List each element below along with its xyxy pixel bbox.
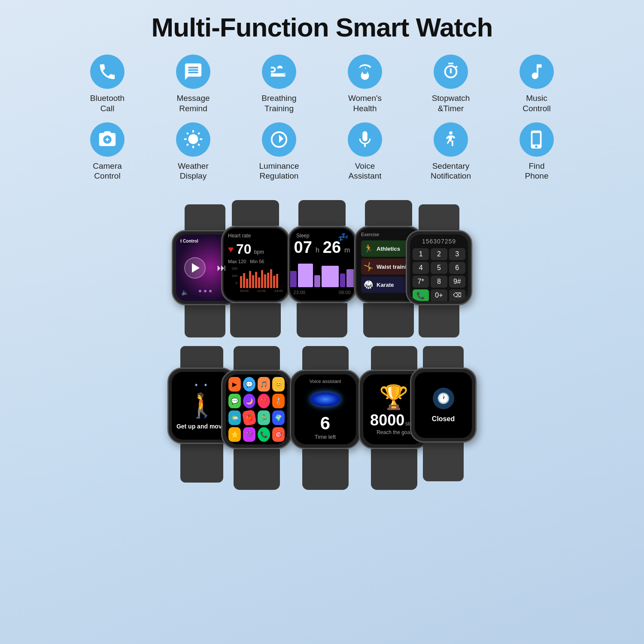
watch-closed-band-top xyxy=(423,346,464,368)
sleep-m-label: m xyxy=(344,246,350,254)
karate-label: Karate xyxy=(377,282,394,288)
hr-bar-5 xyxy=(252,275,254,288)
hr-bar-13 xyxy=(276,274,278,288)
closed-icon: 🕐 xyxy=(433,388,454,409)
app-icon-9[interactable]: 🌤️ xyxy=(228,410,241,425)
app-icon-3[interactable]: 🎵 xyxy=(258,377,270,392)
hr-bar-2 xyxy=(243,273,245,288)
feature-voice-assistant: VoiceAssistant xyxy=(322,118,408,186)
dial-key-0[interactable]: 0+ xyxy=(431,289,447,301)
sleep-start: 23:00 xyxy=(293,290,305,295)
watch-apps-body: ▶ 💬 🎵 😊 💬 🌙 ❤️ 🌡️ 🌤️ 🍎 🏃 🌍 xyxy=(221,370,292,449)
watch-sleep-band-bottom xyxy=(297,303,347,337)
camera-icon xyxy=(97,130,117,149)
watch-exercise-band-top xyxy=(365,200,412,226)
feature-sedentary: SedentaryNotification xyxy=(408,118,494,186)
screen-dial-content: 156307259 1 2 3 4 5 6 7* 8 9# xyxy=(410,234,468,301)
watch-dial-band-bottom xyxy=(419,305,459,337)
sleep-range: 23:00 08:00 xyxy=(293,290,350,295)
dial-key-5[interactable]: 5 xyxy=(431,262,447,274)
dial-grid: 1 2 3 4 5 6 7* 8 9# 📞 0+ xyxy=(413,248,465,301)
feature-message-remind-label: MessageRemind xyxy=(176,93,210,114)
dial-key-7[interactable]: 7* xyxy=(413,276,429,288)
svg-point-0 xyxy=(449,131,453,134)
hr-bar-4 xyxy=(249,271,251,288)
watch-voice-wrap: Voice assistant 6 Time left xyxy=(290,346,361,490)
heart-min: 56 xyxy=(259,259,264,264)
watch-heart-body: Heart rate ♥ 70 bpm Max 120 Min 56 xyxy=(221,226,290,303)
app-icon-10[interactable]: 🍎 xyxy=(242,410,256,426)
sleep-title: Sleep xyxy=(296,233,310,239)
watches-bottom-row: ✦ ✦ 🚶 Get up and move! ▶ xyxy=(0,346,644,490)
app-icon-6[interactable]: 🌙 xyxy=(243,394,255,408)
app-icon-13[interactable]: ⭐ xyxy=(228,427,241,442)
app-icon-5[interactable]: 💬 xyxy=(228,394,241,408)
app-icon-15[interactable]: 📞 xyxy=(258,427,270,442)
app-icon-7[interactable]: ❤️ xyxy=(258,394,270,408)
feature-luminance: LuminanceRegulation xyxy=(236,118,322,186)
sleep-hours: 07 xyxy=(294,238,312,257)
heart-rate-title: Heart rate xyxy=(228,233,283,239)
voice-sublabel: Time left xyxy=(315,434,336,440)
sedentary-icon-circle xyxy=(434,122,468,157)
dial-key-4[interactable]: 4 xyxy=(413,262,429,274)
watch-dial-screen: 156307259 1 2 3 4 5 6 7* 8 9# xyxy=(410,234,468,301)
find-phone-icon xyxy=(527,130,547,149)
feature-sedentary-label: SedentaryNotification xyxy=(431,161,471,182)
page-wrapper: Multi-Function Smart Watch BluetoothCall… xyxy=(0,0,644,490)
dial-key-6[interactable]: 6 xyxy=(449,262,465,274)
play-arrow-icon xyxy=(192,263,200,273)
watch-heart-screen: Heart rate ♥ 70 bpm Max 120 Min 56 xyxy=(224,228,287,301)
watch-closed-screen: 🕐 Closed xyxy=(415,372,472,438)
dial-call-button[interactable]: 📞 xyxy=(413,289,429,301)
app-icon-8[interactable]: 🌡️ xyxy=(272,394,285,408)
watch-music-band-top xyxy=(185,204,225,230)
athletics-label: Athletics xyxy=(377,246,400,252)
sleep-z-icon: 💤 xyxy=(338,232,349,242)
watch-heart-band-top xyxy=(232,200,279,226)
heart-rate-value-row: ♥ 70 bpm xyxy=(228,241,283,257)
music-controls: ⏭ xyxy=(184,257,226,279)
feature-find-phone: FindPhone xyxy=(494,118,580,186)
weather-icon-circle xyxy=(176,122,210,157)
dial-backspace[interactable]: ⌫ xyxy=(449,289,465,301)
heart-rate-value: 70 xyxy=(236,241,252,257)
music-ctrl-label: t Control xyxy=(180,239,198,243)
watch-walk-band-top xyxy=(180,346,223,368)
hr-bar-12 xyxy=(273,276,275,288)
dial-key-3[interactable]: 3 xyxy=(449,248,465,260)
app-icon-16[interactable]: 🎯 xyxy=(272,427,285,442)
bluetooth-call-icon-circle xyxy=(90,55,125,89)
skip-button[interactable]: ⏭ xyxy=(217,262,226,273)
volume-icon: 🔈 xyxy=(181,289,188,296)
dial-key-9[interactable]: 9# xyxy=(449,276,465,288)
app-icon-2[interactable]: 💬 xyxy=(243,377,255,392)
feature-stopwatch-timer: Stopwatch&Timer xyxy=(408,50,494,118)
heart-minmax: Max 120 Min 56 xyxy=(228,259,283,264)
page-title: Multi-Function Smart Watch xyxy=(0,0,644,50)
dial-key-1[interactable]: 1 xyxy=(413,248,429,260)
app-icon-14[interactable]: 💜 xyxy=(243,427,255,442)
dial-key-8[interactable]: 8 xyxy=(431,276,447,288)
feature-breathing-label: BreathingTraining xyxy=(261,93,296,114)
feature-voice-label: VoiceAssistant xyxy=(348,161,381,182)
app-icon-11[interactable]: 🏃 xyxy=(258,410,270,425)
app-icon-1[interactable]: ▶ xyxy=(228,377,241,392)
find-phone-icon-circle xyxy=(519,122,554,157)
dial-key-2[interactable]: 2 xyxy=(431,248,447,260)
app-icon-12[interactable]: 🌍 xyxy=(272,410,285,425)
athletics-icon: 🏃 xyxy=(364,244,373,253)
feature-music-control: MusicControll xyxy=(494,50,580,118)
heart-rate-unit: bpm xyxy=(254,249,264,255)
screen-closed-content: 🕐 Closed xyxy=(415,372,472,438)
screen-heart-content: Heart rate ♥ 70 bpm Max 120 Min 56 xyxy=(224,228,287,301)
sleep-end: 08:00 xyxy=(339,290,351,295)
play-button[interactable] xyxy=(184,257,206,279)
feature-music-label: MusicControll xyxy=(522,93,550,114)
watch-apps-screen: ▶ 💬 🎵 😊 💬 🌙 ❤️ 🌡️ 🌤️ 🍎 🏃 🌍 xyxy=(226,374,287,444)
features-row-1: BluetoothCall MessageRemind BreathingTra… xyxy=(17,50,627,118)
camera-icon-circle xyxy=(90,122,125,157)
app-icon-4[interactable]: 😊 xyxy=(272,377,285,392)
music-icon xyxy=(527,62,547,82)
feature-camera-label: CameraControl xyxy=(93,161,122,182)
